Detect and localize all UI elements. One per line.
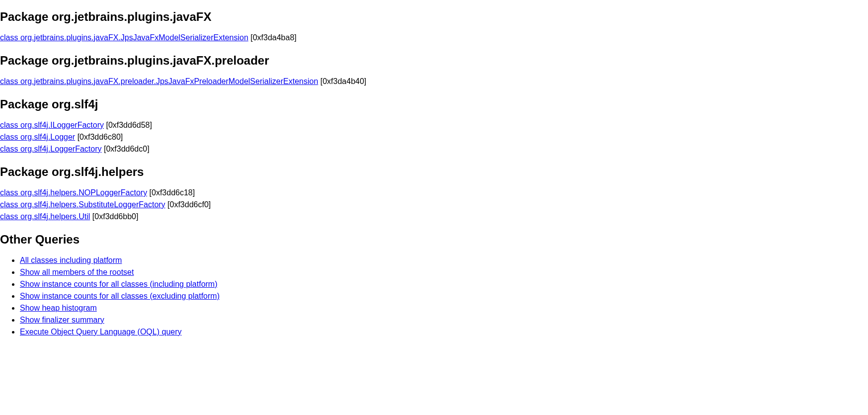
query-item: All classes including platform [20, 254, 868, 266]
query-item: Show instance counts for all classes (in… [20, 278, 868, 290]
class-link[interactable]: class org.slf4j.Logger [0, 133, 75, 141]
class-entry: class org.jetbrains.plugins.javaFX.prelo… [0, 76, 868, 87]
query-item: Show heap histogram [20, 302, 868, 314]
class-link[interactable]: class org.slf4j.helpers.NOPLoggerFactory [0, 188, 147, 197]
other-queries-list: All classes including platformShow all m… [0, 254, 868, 338]
query-link[interactable]: Show heap histogram [20, 304, 97, 312]
class-address: [0xf3dd6bb0] [90, 212, 138, 221]
package-heading: Package org.slf4j.helpers [0, 165, 868, 179]
class-entry: class org.slf4j.LoggerFactory [0xf3dd6dc… [0, 143, 868, 155]
class-address: [0xf3dd6dc0] [102, 145, 150, 153]
class-address: [0xf3da4ba8] [248, 33, 297, 42]
query-item: Show instance counts for all classes (ex… [20, 290, 868, 302]
query-link[interactable]: Show all members of the rootset [20, 268, 134, 276]
class-link[interactable]: class org.slf4j.ILoggerFactory [0, 121, 104, 129]
class-link[interactable]: class org.slf4j.LoggerFactory [0, 145, 102, 153]
class-address: [0xf3dd6c80] [75, 133, 123, 141]
package-heading: Package org.slf4j [0, 97, 868, 111]
class-entry: class org.slf4j.ILoggerFactory [0xf3dd6d… [0, 119, 868, 131]
package-heading: Package org.jetbrains.plugins.javaFX [0, 10, 868, 24]
class-entry: class org.slf4j.Logger [0xf3dd6c80] [0, 131, 868, 143]
query-link[interactable]: All classes including platform [20, 256, 122, 264]
class-list: class org.slf4j.helpers.NOPLoggerFactory… [0, 187, 868, 223]
class-entry: class org.jetbrains.plugins.javaFX.JpsJa… [0, 32, 868, 44]
query-link[interactable]: Show finalizer summary [20, 316, 104, 324]
class-list: class org.jetbrains.plugins.javaFX.JpsJa… [0, 32, 868, 44]
query-link[interactable]: Show instance counts for all classes (ex… [20, 292, 220, 300]
class-link[interactable]: class org.jetbrains.plugins.javaFX.prelo… [0, 77, 318, 85]
class-address: [0xf3da4b40] [318, 77, 366, 85]
class-entry: class org.slf4j.helpers.NOPLoggerFactory… [0, 187, 868, 199]
class-entry: class org.slf4j.helpers.Util [0xf3dd6bb0… [0, 211, 868, 223]
class-link[interactable]: class org.slf4j.helpers.Util [0, 212, 90, 221]
query-item: Show finalizer summary [20, 314, 868, 326]
class-address: [0xf3dd6d58] [104, 121, 152, 129]
class-link[interactable]: class org.jetbrains.plugins.javaFX.JpsJa… [0, 33, 248, 42]
class-address: [0xf3dd6c18] [147, 188, 195, 197]
query-item: Show all members of the rootset [20, 266, 868, 278]
class-link[interactable]: class org.slf4j.helpers.SubstituteLogger… [0, 200, 165, 209]
class-list: class org.slf4j.ILoggerFactory [0xf3dd6d… [0, 119, 868, 155]
class-list: class org.jetbrains.plugins.javaFX.prelo… [0, 76, 868, 87]
query-item: Execute Object Query Language (OQL) quer… [20, 326, 868, 338]
query-link[interactable]: Show instance counts for all classes (in… [20, 280, 218, 288]
other-queries-heading: Other Queries [0, 233, 868, 247]
query-link[interactable]: Execute Object Query Language (OQL) quer… [20, 328, 182, 336]
class-entry: class org.slf4j.helpers.SubstituteLogger… [0, 199, 868, 211]
package-heading: Package org.jetbrains.plugins.javaFX.pre… [0, 54, 868, 68]
class-address: [0xf3dd6cf0] [165, 200, 211, 209]
